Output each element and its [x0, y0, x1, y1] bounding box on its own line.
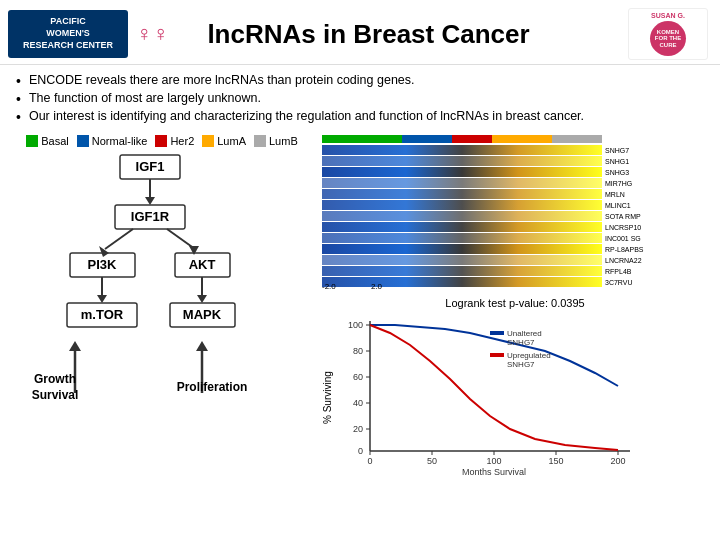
- svg-text:SNHG7: SNHG7: [605, 147, 629, 154]
- svg-text:200: 200: [610, 456, 625, 466]
- bullet-list: • ENCODE reveals there are more lncRNAs …: [0, 65, 720, 131]
- svg-text:RFPL4B: RFPL4B: [605, 268, 632, 275]
- legend-item-basal: Basal: [26, 135, 69, 147]
- svg-text:IGF1R: IGF1R: [130, 209, 169, 224]
- heatmap-svg: // Inline row generation will be done be…: [322, 135, 708, 290]
- svg-text:40: 40: [353, 398, 363, 408]
- svg-rect-37: [322, 178, 602, 188]
- legend-label-basal: Basal: [41, 135, 69, 147]
- svg-marker-27: [196, 341, 208, 351]
- svg-text:50: 50: [427, 456, 437, 466]
- bullet-text: ENCODE reveals there are more lncRNAs th…: [29, 73, 415, 87]
- svg-rect-87: [490, 331, 504, 335]
- svg-text:20: 20: [353, 424, 363, 434]
- svg-rect-41: [322, 222, 602, 232]
- legend-item-her2: Her2: [155, 135, 194, 147]
- svg-rect-43: [322, 244, 602, 254]
- bullet-item: • The function of most are largely unkno…: [16, 91, 704, 106]
- svg-rect-32: [492, 135, 552, 143]
- legend-color-normallike: [77, 135, 89, 147]
- institute-logo-text: PACIFICWOMEN'SRESEARCH CENTER: [23, 16, 113, 51]
- svg-rect-45: [322, 266, 602, 276]
- bullet-text: Our interest is identifying and characte…: [29, 109, 584, 123]
- komen-circle: KOMENFOR THECURE: [650, 21, 686, 56]
- legend-color-lumb: [254, 135, 266, 147]
- legend-item-luma: LumA: [202, 135, 246, 147]
- svg-text:AKT: AKT: [188, 257, 215, 272]
- svg-rect-31: [452, 135, 492, 143]
- svg-text:Upregulated: Upregulated: [507, 351, 551, 360]
- svg-text:60: 60: [353, 372, 363, 382]
- survival-chart-title: Logrank test p-value: 0.0395: [322, 297, 708, 309]
- svg-text:Months Survival: Months Survival: [462, 467, 526, 477]
- svg-text:SNHG7: SNHG7: [507, 338, 535, 347]
- left-panel: Basal Normal-like Her2 LumA LumB: [12, 135, 312, 484]
- legend-color-luma: [202, 135, 214, 147]
- komen-logo: SUSAN G. KOMENFOR THECURE: [628, 8, 708, 60]
- svg-line-6: [105, 229, 133, 249]
- svg-text:LNCRSP10: LNCRSP10: [605, 224, 641, 231]
- svg-rect-42: [322, 233, 602, 243]
- legend-label-normallike: Normal-like: [92, 135, 148, 147]
- svg-text:Growth: Growth: [34, 372, 76, 386]
- heatmap-container: // Inline row generation will be done be…: [322, 135, 708, 293]
- bullet-dot: •: [16, 92, 21, 106]
- svg-rect-39: [322, 200, 602, 210]
- svg-rect-36: [322, 167, 602, 177]
- main-content: Basal Normal-like Her2 LumA LumB: [0, 131, 720, 484]
- svg-text:3C7RVU: 3C7RVU: [605, 279, 633, 286]
- svg-rect-46: [322, 277, 602, 287]
- y-axis-label: % Surviving: [322, 311, 333, 484]
- svg-rect-44: [322, 255, 602, 265]
- svg-text:PI3K: PI3K: [87, 257, 117, 272]
- svg-text:RP-L8APBS: RP-L8APBS: [605, 246, 644, 253]
- svg-marker-15: [97, 295, 107, 303]
- bullet-item: • Our interest is identifying and charac…: [16, 109, 704, 124]
- svg-marker-17: [197, 295, 207, 303]
- pathway-svg: IGF1 IGF1R PI3K AKT: [15, 153, 310, 423]
- pathway-diagram: IGF1 IGF1R PI3K AKT: [12, 153, 312, 423]
- svg-text:MIR7HG: MIR7HG: [605, 180, 632, 187]
- header: PACIFICWOMEN'SRESEARCH CENTER ♀♀ lncRNAs…: [0, 0, 720, 65]
- chart-area: % Surviving 100 80: [322, 311, 708, 484]
- svg-text:0: 0: [358, 446, 363, 456]
- svg-text:80: 80: [353, 346, 363, 356]
- svg-text:SNHG3: SNHG3: [605, 169, 629, 176]
- svg-text:LNCRNA22: LNCRNA22: [605, 257, 642, 264]
- survival-svg: 100 80 60 40 20 0: [335, 311, 645, 481]
- legend: Basal Normal-like Her2 LumA LumB: [12, 135, 312, 147]
- svg-text:IGF1: IGF1: [135, 159, 164, 174]
- svg-rect-29: [322, 135, 402, 143]
- svg-text:Survival: Survival: [31, 388, 78, 402]
- komen-circle-text: KOMENFOR THECURE: [655, 29, 681, 49]
- legend-item-lumb: LumB: [254, 135, 298, 147]
- svg-text:0: 0: [367, 456, 372, 466]
- svg-text:100: 100: [486, 456, 501, 466]
- svg-rect-90: [490, 353, 504, 357]
- svg-text:SNHG7: SNHG7: [507, 360, 535, 369]
- svg-text:150: 150: [548, 456, 563, 466]
- svg-rect-34: [322, 145, 602, 155]
- legend-label-her2: Her2: [170, 135, 194, 147]
- svg-rect-38: [322, 189, 602, 199]
- svg-rect-40: [322, 211, 602, 221]
- svg-text:MAPK: MAPK: [182, 307, 221, 322]
- legend-color-her2: [155, 135, 167, 147]
- legend-label-lumb: LumB: [269, 135, 298, 147]
- survival-chart: Logrank test p-value: 0.0395 % Surviving…: [322, 297, 708, 484]
- svg-text:MLINC1: MLINC1: [605, 202, 631, 209]
- bullet-dot: •: [16, 110, 21, 124]
- page-title: lncRNAs in Breast Cancer: [109, 19, 628, 50]
- svg-rect-33: [552, 135, 602, 143]
- svg-text:SOTA RMP: SOTA RMP: [605, 213, 641, 220]
- svg-text:MRLN: MRLN: [605, 191, 625, 198]
- svg-text:2.0: 2.0: [371, 282, 383, 290]
- legend-label-luma: LumA: [217, 135, 246, 147]
- legend-color-basal: [26, 135, 38, 147]
- komen-logo-text: SUSAN G.: [651, 12, 685, 19]
- svg-text:100: 100: [348, 320, 363, 330]
- svg-text:-2.0: -2.0: [322, 282, 336, 290]
- right-panel: // Inline row generation will be done be…: [322, 135, 708, 484]
- svg-marker-23: [69, 341, 81, 351]
- svg-text:INC001 SG: INC001 SG: [605, 235, 641, 242]
